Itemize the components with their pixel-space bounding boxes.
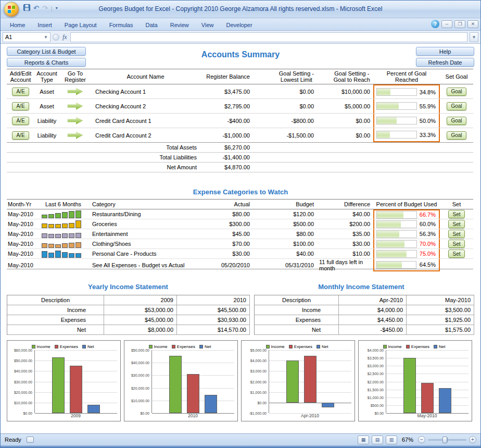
col-description: Description — [7, 295, 104, 305]
go-to-register-arrow-icon[interactable] — [68, 88, 83, 95]
col-category: Category — [88, 200, 200, 209]
zoom-slider-thumb[interactable] — [442, 437, 447, 443]
add-edit-account-button[interactable]: A/E — [12, 88, 29, 96]
zoom-in-button[interactable]: + — [469, 436, 476, 443]
set-budget-button[interactable]: Set — [448, 240, 464, 248]
add-edit-account-button[interactable]: A/E — [12, 131, 29, 140]
tab-formulas[interactable]: Formulas — [103, 20, 140, 30]
zoom-slider[interactable] — [428, 439, 466, 441]
formula-input[interactable] — [70, 32, 467, 42]
normal-view-button[interactable]: ▦ — [358, 435, 369, 444]
expense-row: May-2010 Groceries $300.00 $500.00 $200.… — [7, 219, 473, 229]
goal-progress-bar — [376, 131, 417, 139]
fx-label[interactable]: fx — [61, 33, 68, 41]
monthly-income-title: Monthly Income Statement — [249, 283, 473, 291]
name-box-chevron-icon[interactable]: ▼ — [44, 35, 48, 40]
minimize-button[interactable]: – — [441, 20, 452, 28]
see-all-expenses-label: See All Expenses - Budget vs Actual — [88, 259, 200, 271]
tab-developer[interactable]: Developer — [220, 20, 258, 30]
month-yr: May-2010 — [7, 239, 39, 248]
col-set-goal: Set Goal — [440, 69, 473, 84]
go-to-register-arrow-icon[interactable] — [68, 117, 83, 125]
chart-bar-net — [439, 388, 451, 413]
page-layout-view-button[interactable]: ▤ — [372, 435, 383, 444]
col-last-6-months: Last 6 Months — [39, 200, 88, 209]
page-break-view-button[interactable]: ▥ — [386, 435, 397, 444]
name-box[interactable]: A1 ▼ — [3, 32, 50, 42]
tab-page-layout[interactable]: Page Layout — [58, 20, 103, 30]
goal-progress-bar — [376, 102, 417, 110]
set-goal-button[interactable]: Goal — [447, 88, 466, 96]
budget-used-bar — [376, 250, 417, 258]
budget-used-percent: 66.7% — [420, 211, 436, 218]
set-budget-button[interactable]: Set — [448, 230, 464, 238]
zoom-slider-notch — [447, 438, 448, 442]
goal-percent: 55.9% — [420, 103, 436, 109]
tab-home[interactable]: Home — [4, 20, 31, 30]
restore-button[interactable]: ❐ — [454, 20, 465, 28]
col-apr-2010: Apr-2010 — [339, 295, 407, 305]
set-goal-button[interactable]: Goal — [447, 102, 466, 110]
refresh-date-button[interactable]: Refresh Date — [416, 58, 474, 67]
expand-formula-bar-chevron-icon[interactable]: ▼ — [470, 32, 478, 42]
expense-section-title: Expense Categories to Watch — [7, 188, 474, 196]
set-budget-button[interactable]: Set — [448, 250, 464, 258]
account-row: A/E Asset Checking Account 1 $3,475.00 $… — [7, 84, 473, 99]
chart-bar-expenses — [304, 356, 317, 403]
tab-data[interactable]: Data — [139, 20, 163, 30]
total-label: Total Assets — [91, 143, 200, 152]
col-go-to-register: Go To Register — [59, 69, 91, 84]
go-to-register-arrow-icon[interactable] — [68, 131, 83, 139]
chart-may-2010: IncomeExpensesNet $4,000.00$3,500.00$3,0… — [358, 340, 472, 421]
set-goal-button[interactable]: Goal — [447, 117, 466, 125]
value: -$450.00 — [339, 325, 407, 335]
goal-progress-cell: 33.3% — [373, 128, 440, 142]
budget-used-cell: 56.3% — [373, 229, 440, 239]
add-edit-account-button[interactable]: A/E — [12, 117, 29, 125]
value: $45,000.00 — [104, 315, 177, 325]
expense-actual: $45.00 — [200, 229, 253, 239]
help-icon[interactable]: ? — [431, 20, 439, 28]
tab-insert[interactable]: Insert — [31, 20, 58, 30]
month-end-date: 05/31/2010 — [253, 259, 317, 271]
tab-review[interactable]: Review — [164, 20, 195, 30]
insert-function-icon[interactable] — [53, 34, 59, 41]
close-button[interactable]: ✕ — [467, 20, 478, 28]
expense-actual: $300.00 — [200, 219, 253, 229]
set-goal-button[interactable]: Goal — [447, 131, 466, 140]
go-to-register-arrow-icon[interactable] — [68, 102, 83, 110]
help-button[interactable]: Help — [416, 47, 474, 56]
account-name: Credit Card Account 1 — [91, 114, 200, 128]
month-yr: May-2010 — [7, 249, 39, 258]
value: $30,930.00 — [177, 315, 250, 325]
goal-progress-cell: 55.9% — [373, 99, 440, 113]
zoom-out-button[interactable]: − — [418, 436, 425, 443]
col-account-type: Account Type — [34, 69, 59, 84]
macro-record-icon[interactable] — [27, 437, 34, 443]
total-label: Net Amount — [91, 163, 200, 172]
account-type: Liability — [34, 128, 59, 142]
set-budget-button[interactable]: Set — [448, 220, 464, 228]
chart-plot — [269, 350, 351, 413]
budget-used-bar — [376, 240, 417, 248]
set-budget-button[interactable]: Set — [448, 210, 464, 218]
value: $45,500.00 — [177, 305, 250, 315]
chart-2009: IncomeExpensesNet $60,000.00$50,000.00$4… — [7, 340, 121, 421]
register-balance: $3,475.00 — [200, 84, 253, 98]
tab-view[interactable]: View — [195, 20, 220, 30]
month-yr: May-2010 — [7, 229, 39, 239]
zoom-level[interactable]: 67% — [402, 437, 413, 443]
register-balance: -$1,000.00 — [200, 128, 253, 142]
goal-percent: 34.8% — [420, 89, 436, 95]
account-row: A/E Liability Credit Card Account 1 -$40… — [7, 114, 473, 128]
budget-used-cell: 70.0% — [373, 239, 440, 248]
chart-plot — [151, 350, 234, 413]
expense-actual: $70.00 — [200, 239, 253, 248]
add-edit-account-button[interactable]: A/E — [12, 102, 29, 110]
goal-progress-cell: 50.0% — [373, 114, 440, 128]
budget-used-bar — [376, 220, 417, 228]
expense-budget: $100.00 — [253, 239, 317, 248]
value: $4,450.00 — [339, 315, 407, 325]
expense-summary-row: May-2010 See All Expenses - Budget vs Ac… — [7, 259, 473, 269]
col-goal-lowest-limit: Goal Setting - Lowest Limit — [253, 69, 317, 84]
